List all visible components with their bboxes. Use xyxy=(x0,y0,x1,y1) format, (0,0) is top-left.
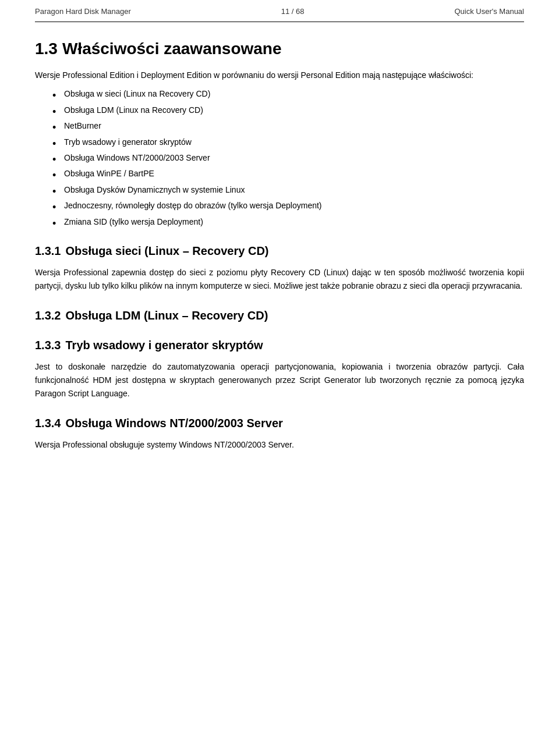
list-item: Obsługa LDM (Linux na Recovery CD) xyxy=(52,104,524,116)
section-1-3-1-body: Wersja Professional zapewnia dostęp do s… xyxy=(35,266,524,293)
section-1-3-4-heading: 1.3.4Obsługa Windows NT/2000/2003 Server xyxy=(35,417,524,430)
feature-list: Obsługa w sieci (Linux na Recovery CD) O… xyxy=(52,87,524,228)
header-page-number: 11 / 68 xyxy=(281,7,305,16)
list-item: Zmiana SID (tylko wersja Deployment) xyxy=(52,215,524,228)
section-1-3-2-heading: 1.3.2Obsługa LDM (Linux – Recovery CD) xyxy=(35,309,524,322)
list-item: NetBurner xyxy=(52,119,524,132)
section-1-3-intro: Wersje Professional Edition i Deployment… xyxy=(35,69,524,81)
header-product-name: Paragon Hard Disk Manager xyxy=(35,7,131,16)
section-1-3-3-number: 1.3.3 xyxy=(35,339,61,352)
section-1-3-2-title: Obsługa LDM (Linux – Recovery CD) xyxy=(65,309,268,322)
section-1-3-3-title: Tryb wsadowy i generator skryptów xyxy=(65,339,263,352)
list-item: Obsługa Dysków Dynamicznych w systemie L… xyxy=(52,183,524,196)
section-1-3-heading: 1.3Właściwości zaawansowane xyxy=(35,40,524,58)
list-item: Obsługa WinPE / BartPE xyxy=(52,167,524,180)
section-1-3-title: Właściwości zaawansowane xyxy=(62,40,282,58)
list-item: Obsługa w sieci (Linux na Recovery CD) xyxy=(52,87,524,100)
section-1-3-4-title: Obsługa Windows NT/2000/2003 Server xyxy=(65,417,282,430)
page: Paragon Hard Disk Manager 11 / 68 Quick … xyxy=(0,0,559,756)
list-item: Obsługa Windows NT/2000/2003 Server xyxy=(52,151,524,164)
section-1-3-3-body: Jest to doskonałe narzędzie do zautomaty… xyxy=(35,360,524,400)
section-1-3-3-heading: 1.3.3Tryb wsadowy i generator skryptów xyxy=(35,339,524,352)
section-1-3-number: 1.3 xyxy=(35,40,58,58)
section-1-3-4-number: 1.3.4 xyxy=(35,417,61,430)
page-header: Paragon Hard Disk Manager 11 / 68 Quick … xyxy=(35,0,524,22)
list-item: Tryb wsadowy i generator skryptów xyxy=(52,136,524,148)
list-item: Jednoczesny, równoległy dostęp do obrazó… xyxy=(52,199,524,212)
section-1-3-1-heading: 1.3.1Obsługa sieci (Linux – Recovery CD) xyxy=(35,244,524,258)
section-1-3-4-body: Wersja Professional obsługuje systemy Wi… xyxy=(35,438,524,452)
section-1-3-1-number: 1.3.1 xyxy=(35,244,61,257)
section-1-3-2-number: 1.3.2 xyxy=(35,309,61,322)
header-manual-title: Quick User's Manual xyxy=(454,7,524,16)
section-1-3-1-title: Obsługa sieci (Linux – Recovery CD) xyxy=(65,244,268,257)
